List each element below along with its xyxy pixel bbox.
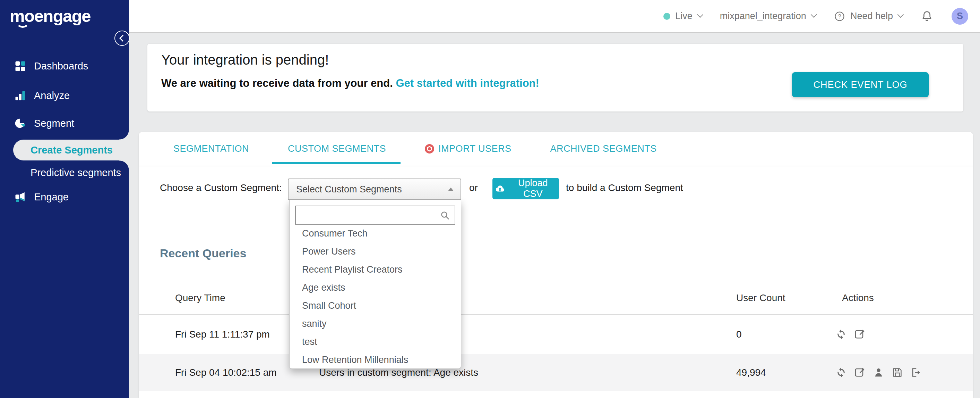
custom-segment-select[interactable]: Select Custom Segments <box>288 179 461 200</box>
top-header: Live mixpanel_integration ? Need help S <box>0 0 980 33</box>
section-divider <box>139 269 973 269</box>
active-item-curve-top <box>119 130 129 140</box>
choose-segment-label: Choose a Custom Segment: <box>160 182 282 193</box>
tab-label: ARCHIVED SEGMENTS <box>550 144 657 154</box>
column-header-user-count: User Count <box>736 293 786 304</box>
environment-selector[interactable]: Live <box>663 11 702 22</box>
project-selector[interactable]: mixpanel_integration <box>720 11 816 22</box>
export-users-button[interactable] <box>908 365 923 380</box>
tab-label: IMPORT USERS <box>438 144 512 154</box>
help-circle-icon: ? <box>834 10 845 22</box>
segment-pie-icon <box>14 117 26 129</box>
select-value: Select Custom Segments <box>296 184 402 195</box>
banner-title: Your integration is pending! <box>161 52 329 68</box>
notifications-bell-icon[interactable] <box>920 10 934 23</box>
recent-queries-title: Recent Queries <box>160 246 246 260</box>
sidebar: moengage Dashboards Analyze <box>0 0 129 398</box>
sidebar-item-create-segments-active[interactable]: Create Segments <box>13 140 129 160</box>
active-item-curve-bottom <box>119 160 129 170</box>
chevron-down-icon <box>897 11 904 18</box>
project-name-label: mixpanel_integration <box>720 11 806 22</box>
segments-card: SEGMENTATION CUSTOM SEGMENTS IMPORT USER… <box>139 132 973 398</box>
sidebar-item-label: Dashboards <box>34 61 88 72</box>
save-segment-button[interactable] <box>890 365 904 380</box>
avatar-initial: S <box>957 11 963 22</box>
cloud-upload-icon <box>495 183 506 195</box>
user-count-cell: 49,994 <box>736 367 766 378</box>
sidebar-item-analyze[interactable]: Analyze <box>0 82 129 109</box>
analyze-bars-icon <box>14 89 26 102</box>
chevron-down-icon <box>697 11 703 18</box>
chevron-down-icon <box>811 11 817 18</box>
refresh-icon <box>835 328 847 340</box>
sidebar-item-label: Analyze <box>34 90 70 101</box>
need-help-label: Need help <box>850 11 893 22</box>
svg-text:?: ? <box>838 13 841 19</box>
import-users-dot-icon <box>425 144 434 153</box>
custom-segment-dropdown: Consumer Tech Power Users Recent Playlis… <box>289 200 461 369</box>
banner-message: We are waiting to receive data from your… <box>161 77 539 90</box>
rerun-query-button[interactable] <box>834 327 848 342</box>
user-avatar[interactable]: S <box>951 8 968 25</box>
triangle-up-icon <box>448 187 453 191</box>
get-started-link[interactable]: Get started with integration! <box>396 77 539 89</box>
dropdown-option[interactable]: sanity <box>290 315 461 333</box>
refresh-icon <box>835 366 847 379</box>
query-time-cell: Fri Sep 11 1:11:37 pm <box>175 329 270 340</box>
tab-custom-segments[interactable]: CUSTOM SEGMENTS <box>288 132 386 166</box>
edit-icon <box>854 366 866 379</box>
environment-label: Live <box>675 11 692 22</box>
column-header-query-time: Query Time <box>175 293 225 304</box>
view-users-button[interactable] <box>871 365 886 380</box>
sidebar-item-segment[interactable]: Segment <box>0 109 129 137</box>
chevron-left-icon <box>119 35 126 42</box>
table-row: Fri Sep 04 10:02:15 am Users in custom s… <box>139 354 973 391</box>
upload-csv-button[interactable]: Upload CSV <box>492 178 559 199</box>
sidebar-item-dashboards[interactable]: Dashboards <box>0 52 129 80</box>
sidebar-item-label: Create Segments <box>30 144 113 156</box>
tab-label: SEGMENTATION <box>173 144 249 154</box>
tab-import-users[interactable]: IMPORT USERS <box>425 132 512 166</box>
edit-query-button[interactable] <box>853 327 867 342</box>
tab-segmentation[interactable]: SEGMENTATION <box>173 132 249 166</box>
integration-pending-banner: Your integration is pending! We are wait… <box>147 44 963 112</box>
user-icon <box>872 366 885 379</box>
sidebar-item-engage[interactable]: Engage <box>0 183 129 211</box>
or-label: or <box>469 182 478 193</box>
export-arrow-icon <box>910 366 922 379</box>
dropdown-search-input[interactable] <box>296 206 439 224</box>
check-event-log-button[interactable]: CHECK EVENT LOG <box>792 72 929 97</box>
moengage-app: Live mixpanel_integration ? Need help S … <box>0 0 980 398</box>
need-help-menu[interactable]: ? Need help <box>834 10 902 22</box>
sidebar-item-label: Engage <box>34 191 68 203</box>
segment-tabs: SEGMENTATION CUSTOM SEGMENTS IMPORT USER… <box>139 132 973 166</box>
sidebar-item-predictive-segments[interactable]: Predictive segments <box>0 162 129 183</box>
logo-smile-accent <box>16 18 29 28</box>
dropdown-option[interactable]: Low Retention Millennials <box>290 351 461 369</box>
dropdown-option[interactable]: Recent Playlist Creators <box>290 261 461 278</box>
dropdown-search-box <box>295 206 455 225</box>
dropdown-option[interactable]: Consumer Tech <box>290 224 461 242</box>
edit-query-button[interactable] <box>853 365 867 380</box>
tabs-divider <box>139 166 973 166</box>
dropdown-option[interactable]: Small Cohort <box>290 297 461 315</box>
row-actions <box>834 327 867 342</box>
build-segment-suffix-label: to build a Custom Segment <box>566 182 683 193</box>
table-row: Fri Sep 11 1:11:37 pm 0 <box>139 315 973 354</box>
sidebar-item-label: Predictive segments <box>30 167 121 179</box>
live-status-dot <box>663 13 670 20</box>
search-icon <box>439 210 450 221</box>
tab-archived-segments[interactable]: ARCHIVED SEGMENTS <box>550 132 657 166</box>
upload-csv-label: Upload CSV <box>509 178 557 199</box>
dropdown-options-list: Consumer Tech Power Users Recent Playlis… <box>290 224 461 369</box>
column-header-actions: Actions <box>842 293 874 304</box>
sidebar-collapse-button[interactable] <box>115 30 130 46</box>
dropdown-option[interactable]: Age exists <box>290 278 461 297</box>
banner-message-text: We are waiting to receive data from your… <box>161 77 393 89</box>
dropdown-option[interactable]: test <box>290 333 461 351</box>
edit-icon <box>854 328 866 340</box>
rerun-query-button[interactable] <box>834 365 848 380</box>
engage-megaphone-icon <box>14 191 26 203</box>
dropdown-option[interactable]: Power Users <box>290 242 461 261</box>
dashboards-grid-icon <box>14 60 26 72</box>
